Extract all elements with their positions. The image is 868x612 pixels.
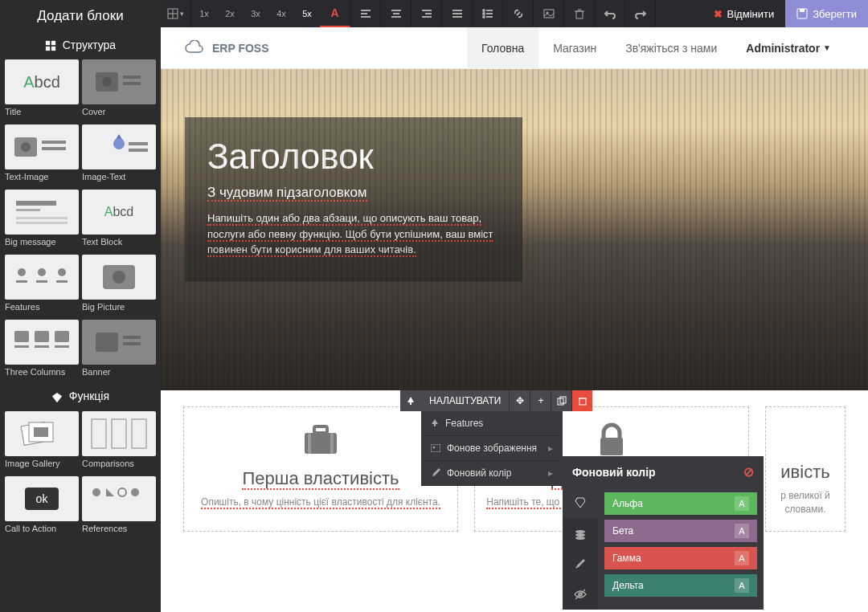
nav-shop[interactable]: Магазин bbox=[538, 27, 611, 69]
block-image-text[interactable]: Image-Text bbox=[82, 124, 156, 186]
image-icon[interactable] bbox=[534, 0, 564, 27]
svg-rect-23 bbox=[36, 280, 47, 283]
feature-3-title[interactable]: ивість bbox=[777, 462, 833, 483]
block-references[interactable]: References bbox=[82, 476, 156, 538]
svg-rect-7 bbox=[123, 82, 141, 85]
svg-rect-11 bbox=[42, 147, 66, 150]
move-icon[interactable]: ✥ bbox=[509, 390, 530, 411]
site-nav: Головна Магазин Зв'яжіться з нами Admini… bbox=[467, 27, 845, 69]
save-button[interactable]: Зберегти bbox=[785, 0, 868, 27]
align-right-icon[interactable] bbox=[411, 0, 442, 27]
hero-section[interactable]: Заголовок З чудовим підзаголовком Напиші… bbox=[161, 69, 868, 390]
svg-rect-33 bbox=[96, 333, 118, 352]
size-2x[interactable]: 2x bbox=[217, 9, 243, 18]
clone-icon[interactable] bbox=[551, 390, 571, 411]
svg-rect-68 bbox=[576, 11, 583, 18]
align-center-icon[interactable] bbox=[381, 0, 411, 27]
color-delta[interactable]: ДельтаA bbox=[604, 574, 757, 597]
cloud-icon bbox=[183, 40, 206, 56]
hero-text-box[interactable]: Заголовок З чудовим підзаголовком Напиші… bbox=[185, 117, 522, 282]
submenu-bg-image[interactable]: Фонове зображення▸ bbox=[421, 436, 563, 461]
svg-rect-16 bbox=[16, 209, 40, 211]
feature-1-title[interactable]: Перша властивість bbox=[195, 468, 446, 489]
size-3x[interactable]: 3x bbox=[243, 9, 268, 18]
block-image-gallery[interactable]: Image Gallery bbox=[5, 411, 79, 473]
svg-point-42 bbox=[92, 488, 100, 496]
delete-icon[interactable] bbox=[571, 390, 592, 411]
link-icon[interactable] bbox=[503, 0, 534, 27]
diamond-icon bbox=[51, 392, 63, 403]
redo-icon[interactable] bbox=[625, 0, 656, 27]
feature-3[interactable]: ивість р великої й словами. bbox=[765, 406, 845, 532]
parent-select-icon[interactable] bbox=[400, 390, 421, 411]
size-4x[interactable]: 4x bbox=[268, 9, 294, 18]
nav-home[interactable]: Головна bbox=[467, 27, 538, 69]
feature-1-desc[interactable]: Опишіть, в чому цінність цієї властивост… bbox=[195, 496, 446, 509]
hero-subtitle[interactable]: З чудовим підзаголовком bbox=[207, 185, 500, 201]
block-cover[interactable]: Cover bbox=[82, 59, 156, 121]
svg-point-26 bbox=[113, 271, 125, 284]
nav-admin[interactable]: Administrator ▼ bbox=[731, 27, 845, 69]
grid-icon bbox=[45, 40, 56, 51]
svg-rect-2 bbox=[46, 47, 50, 51]
svg-point-64 bbox=[483, 16, 485, 18]
color-gamma[interactable]: ГаммаA bbox=[604, 547, 757, 569]
align-justify-icon[interactable] bbox=[442, 0, 473, 27]
undo-icon[interactable] bbox=[595, 0, 625, 27]
tab-transparent-icon[interactable] bbox=[563, 518, 598, 549]
svg-point-62 bbox=[483, 13, 485, 14]
color-beta[interactable]: БетаA bbox=[604, 520, 757, 542]
color-panel: Фоновий колір⊘ АльфаA БетаA ГаммаA Дельт… bbox=[563, 456, 764, 610]
svg-rect-40 bbox=[112, 419, 126, 448]
svg-point-5 bbox=[102, 77, 112, 87]
none-icon[interactable]: ⊘ bbox=[743, 464, 754, 479]
hero-title[interactable]: Заголовок bbox=[207, 137, 500, 177]
list-icon[interactable] bbox=[473, 0, 503, 27]
svg-point-21 bbox=[58, 268, 66, 276]
eyedropper-icon bbox=[431, 468, 440, 478]
block-big-picture[interactable]: Big Picture bbox=[82, 255, 156, 316]
submenu-bg-color[interactable]: Фоновий колір▸ bbox=[421, 461, 563, 486]
chevron-down-icon: ▼ bbox=[823, 43, 831, 52]
block-text-image[interactable]: Text-Image bbox=[5, 124, 79, 186]
tab-eye-off-icon[interactable] bbox=[563, 579, 598, 610]
svg-rect-74 bbox=[314, 426, 327, 433]
svg-rect-18 bbox=[16, 222, 68, 224]
block-call-to-action[interactable]: okCall to Action bbox=[5, 476, 79, 538]
save-icon bbox=[796, 8, 808, 19]
svg-rect-34 bbox=[123, 336, 141, 339]
svg-point-88 bbox=[575, 537, 585, 540]
svg-rect-83 bbox=[434, 423, 436, 426]
config-submenu: Features Фонове зображення▸ Фоновий колі… bbox=[421, 411, 563, 486]
config-label[interactable]: НАЛАШТУВАТИ bbox=[421, 390, 509, 411]
submenu-features[interactable]: Features bbox=[421, 411, 563, 436]
tab-theme-icon[interactable] bbox=[563, 488, 598, 518]
site-logo[interactable]: ERP FOSS bbox=[183, 40, 269, 56]
svg-rect-39 bbox=[92, 419, 106, 448]
size-1x[interactable]: 1x bbox=[191, 9, 217, 18]
block-big-message[interactable]: Big message bbox=[5, 190, 79, 251]
hero-body[interactable]: Напишіть один або два абзаци, що описуют… bbox=[207, 210, 500, 258]
block-banner[interactable]: Banner bbox=[82, 320, 156, 381]
block-comparisons[interactable]: Comparisons bbox=[82, 411, 156, 473]
svg-rect-76 bbox=[330, 433, 334, 454]
section-function: Функція bbox=[0, 383, 161, 409]
block-text-block[interactable]: AbcdText Block bbox=[82, 190, 156, 251]
size-group: 1x 2x 3x 4x 5x bbox=[191, 0, 320, 27]
color-alpha[interactable]: АльфаA bbox=[604, 492, 757, 515]
plus-icon[interactable]: + bbox=[530, 390, 551, 411]
insert-table-icon[interactable]: ▾ bbox=[161, 0, 191, 27]
feature-1[interactable]: Перша властивість Опишіть, в чому цінніс… bbox=[183, 406, 458, 532]
cancel-button[interactable]: ✖Відмінити bbox=[702, 0, 786, 27]
nav-contact[interactable]: Зв'яжіться з нами bbox=[611, 27, 731, 69]
trash-icon[interactable] bbox=[564, 0, 595, 27]
text-color-button[interactable]: A bbox=[320, 0, 350, 27]
tab-brush-icon[interactable] bbox=[563, 549, 598, 579]
block-features[interactable]: Features bbox=[5, 255, 79, 316]
suitcase-icon bbox=[195, 422, 446, 460]
feature-3-desc[interactable]: р великої й словами. bbox=[777, 489, 833, 516]
size-5x[interactable]: 5x bbox=[294, 9, 320, 18]
align-left-icon[interactable] bbox=[350, 0, 381, 27]
block-three-columns[interactable]: Three Columns bbox=[5, 320, 79, 381]
block-title[interactable]: AbcdTitle bbox=[5, 59, 79, 121]
